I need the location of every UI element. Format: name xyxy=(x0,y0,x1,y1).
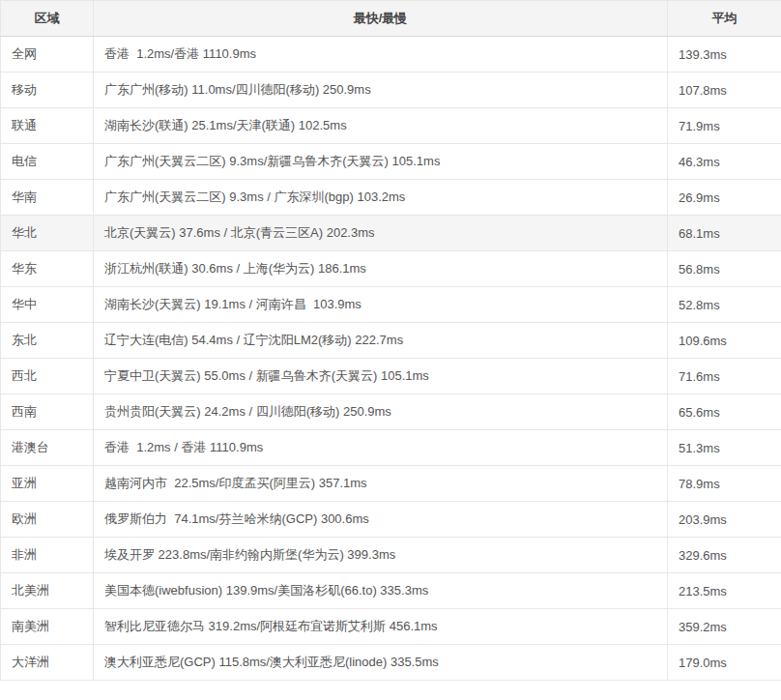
table-row: 西南贵州贵阳(天翼云) 24.2ms / 四川德阳(移动) 250.9ms65.… xyxy=(1,394,781,430)
fastest-slowest-cell: 宁夏中卫(天翼云) 55.0ms / 新疆乌鲁木齐(天翼云) 105.1ms xyxy=(94,359,668,394)
table-row: 华南广东广州(天翼云二区) 9.3ms / 广东深圳(bgp) 103.2ms2… xyxy=(1,180,781,216)
fastest-slowest-cell: 湖南长沙(天翼云) 19.1ms / 河南许昌 103.9ms xyxy=(94,287,668,323)
table-row: 华北北京(天翼云) 37.6ms / 北京(青云三区A) 202.3ms68.1… xyxy=(1,216,781,251)
region-cell: 华东 xyxy=(1,251,94,287)
average-cell: 56.8ms xyxy=(668,251,781,287)
average-cell: 203.9ms xyxy=(668,502,781,538)
average-cell: 109.6ms xyxy=(668,323,781,359)
region-cell: 华北 xyxy=(1,216,94,251)
fastest-slowest-cell: 越南河内市 22.5ms/印度孟买(阿里云) 357.1ms xyxy=(94,466,668,502)
average-cell: 68.1ms xyxy=(668,216,781,251)
region-cell: 欧洲 xyxy=(1,502,94,538)
region-cell: 华南 xyxy=(1,180,94,216)
average-cell: 51.3ms xyxy=(668,430,781,466)
column-header-region: 区域 xyxy=(1,1,94,37)
table-row: 港澳台香港 1.2ms / 香港 1110.9ms51.3ms xyxy=(1,430,781,466)
fastest-slowest-cell: 贵州贵阳(天翼云) 24.2ms / 四川德阳(移动) 250.9ms xyxy=(94,394,668,430)
average-cell: 65.6ms xyxy=(668,394,781,430)
table-row: 西北宁夏中卫(天翼云) 55.0ms / 新疆乌鲁木齐(天翼云) 105.1ms… xyxy=(1,359,781,394)
fastest-slowest-cell: 辽宁大连(电信) 54.4ms / 辽宁沈阳LM2(移动) 222.7ms xyxy=(94,323,668,359)
region-cell: 电信 xyxy=(1,144,94,180)
table-row: 北美洲美国本德(iwebfusion) 139.9ms/美国洛杉矶(66.to)… xyxy=(1,573,781,609)
fastest-slowest-cell: 香港 1.2ms / 香港 1110.9ms xyxy=(94,430,668,466)
fastest-slowest-cell: 埃及开罗 223.8ms/南非约翰内斯堡(华为云) 399.3ms xyxy=(94,538,668,573)
average-cell: 139.3ms xyxy=(668,37,781,73)
average-cell: 107.8ms xyxy=(668,73,781,108)
average-cell: 78.9ms xyxy=(668,466,781,502)
region-cell: 非洲 xyxy=(1,538,94,573)
region-cell: 联通 xyxy=(1,108,94,144)
region-cell: 西北 xyxy=(1,359,94,394)
table-row: 南美洲智利比尼亚德尔马 319.2ms/阿根廷布宜诺斯艾利斯 456.1ms35… xyxy=(1,609,781,645)
table-row: 华东浙江杭州(联通) 30.6ms / 上海(华为云) 186.1ms56.8m… xyxy=(1,251,781,287)
table-row: 电信广东广州(天翼云二区) 9.3ms/新疆乌鲁木齐(天翼云) 105.1ms4… xyxy=(1,144,781,180)
table-row: 全网香港 1.2ms/香港 1110.9ms139.3ms xyxy=(1,37,781,73)
fastest-slowest-cell: 广东广州(天翼云二区) 9.3ms / 广东深圳(bgp) 103.2ms xyxy=(94,180,668,216)
table-body: 全网香港 1.2ms/香港 1110.9ms139.3ms移动广东广州(移动) … xyxy=(1,37,781,681)
fastest-slowest-cell: 香港 1.2ms/香港 1110.9ms xyxy=(94,37,668,73)
average-cell: 213.5ms xyxy=(668,573,781,609)
table-row: 亚洲越南河内市 22.5ms/印度孟买(阿里云) 357.1ms78.9ms xyxy=(1,466,781,502)
fastest-slowest-cell: 美国本德(iwebfusion) 139.9ms/美国洛杉矶(66.to) 33… xyxy=(94,573,668,609)
ping-results-table: 区域 最快/最慢 平均 全网香港 1.2ms/香港 1110.9ms139.3m… xyxy=(0,0,781,681)
fastest-slowest-cell: 广东广州(天翼云二区) 9.3ms/新疆乌鲁木齐(天翼云) 105.1ms xyxy=(94,144,668,180)
region-cell: 大洋洲 xyxy=(1,645,94,681)
average-cell: 71.9ms xyxy=(668,108,781,144)
average-cell: 329.6ms xyxy=(668,538,781,573)
region-cell: 华中 xyxy=(1,287,94,323)
fastest-slowest-cell: 澳大利亚悉尼(GCP) 115.8ms/澳大利亚悉尼(linode) 335.5… xyxy=(94,645,668,681)
region-cell: 东北 xyxy=(1,323,94,359)
region-cell: 西南 xyxy=(1,394,94,430)
table-row: 华中湖南长沙(天翼云) 19.1ms / 河南许昌 103.9ms52.8ms xyxy=(1,287,781,323)
average-cell: 359.2ms xyxy=(668,609,781,645)
table-header-row: 区域 最快/最慢 平均 xyxy=(1,1,781,37)
fastest-slowest-cell: 智利比尼亚德尔马 319.2ms/阿根廷布宜诺斯艾利斯 456.1ms xyxy=(94,609,668,645)
average-cell: 52.8ms xyxy=(668,287,781,323)
region-cell: 亚洲 xyxy=(1,466,94,502)
column-header-fastest-slowest: 最快/最慢 xyxy=(94,1,668,37)
region-cell: 北美洲 xyxy=(1,573,94,609)
region-cell: 南美洲 xyxy=(1,609,94,645)
table-row: 移动广东广州(移动) 11.0ms/四川德阳(移动) 250.9ms107.8m… xyxy=(1,73,781,108)
region-cell: 港澳台 xyxy=(1,430,94,466)
fastest-slowest-cell: 俄罗斯伯力 74.1ms/芬兰哈米纳(GCP) 300.6ms xyxy=(94,502,668,538)
fastest-slowest-cell: 湖南长沙(联通) 25.1ms/天津(联通) 102.5ms xyxy=(94,108,668,144)
table-row: 大洋洲澳大利亚悉尼(GCP) 115.8ms/澳大利亚悉尼(linode) 33… xyxy=(1,645,781,681)
region-cell: 移动 xyxy=(1,73,94,108)
fastest-slowest-cell: 广东广州(移动) 11.0ms/四川德阳(移动) 250.9ms xyxy=(94,73,668,108)
table-row: 欧洲俄罗斯伯力 74.1ms/芬兰哈米纳(GCP) 300.6ms203.9ms xyxy=(1,502,781,538)
average-cell: 26.9ms xyxy=(668,180,781,216)
average-cell: 71.6ms xyxy=(668,359,781,394)
average-cell: 46.3ms xyxy=(668,144,781,180)
table-row: 联通湖南长沙(联通) 25.1ms/天津(联通) 102.5ms71.9ms xyxy=(1,108,781,144)
fastest-slowest-cell: 北京(天翼云) 37.6ms / 北京(青云三区A) 202.3ms xyxy=(94,216,668,251)
region-cell: 全网 xyxy=(1,37,94,73)
fastest-slowest-cell: 浙江杭州(联通) 30.6ms / 上海(华为云) 186.1ms xyxy=(94,251,668,287)
table-row: 非洲埃及开罗 223.8ms/南非约翰内斯堡(华为云) 399.3ms329.6… xyxy=(1,538,781,573)
column-header-average: 平均 xyxy=(668,1,781,37)
average-cell: 179.0ms xyxy=(668,645,781,681)
table-row: 东北辽宁大连(电信) 54.4ms / 辽宁沈阳LM2(移动) 222.7ms1… xyxy=(1,323,781,359)
